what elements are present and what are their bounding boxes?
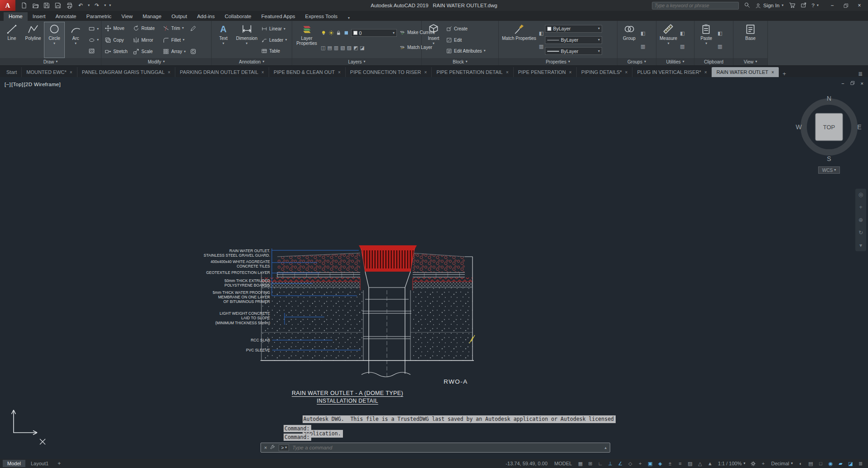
command-customize-icon[interactable] (270, 444, 275, 452)
base-view-button[interactable]: Base (741, 22, 761, 58)
doc-tab-close-icon[interactable]: × (338, 70, 341, 75)
doc-tab-rain-water-outlet[interactable]: RAIN WATER OUTLET× (712, 67, 778, 77)
viewcube-north-label[interactable]: N (827, 95, 831, 102)
layout1-tab[interactable]: Layout1 (26, 460, 53, 467)
recent-commands-button[interactable]: > ▾ (279, 444, 289, 451)
open-file-button[interactable] (31, 1, 39, 10)
dimension-button[interactable]: Dimension ▾ (235, 22, 259, 58)
layer-color-icon[interactable] (343, 30, 349, 36)
layer-tools-icon-strip[interactable]: ◫▤▥▧▨◩◪ (321, 45, 366, 51)
orbit-icon[interactable]: ↻ (858, 229, 863, 236)
undo-button[interactable]: ↶ (77, 1, 85, 10)
help-button[interactable]: ? ▾ (812, 3, 819, 8)
group-edit-icon[interactable]: ▥ (641, 44, 645, 49)
match-properties-button[interactable]: Match Properties (501, 22, 538, 58)
quick-calc-icon[interactable]: ▥ (680, 44, 685, 49)
utilities-panel-footer[interactable]: Utilities▾ (656, 58, 694, 65)
close-window-button[interactable]: × (853, 0, 866, 10)
sign-in-button[interactable]: Sign In ▾ (755, 3, 784, 9)
layer-properties-button[interactable]: Layer Properties (294, 22, 319, 58)
viewport-view-control[interactable]: [Top] (11, 82, 23, 87)
doc-tab-piping-details[interactable]: PIPING DETAILS*× (577, 67, 633, 77)
edit-hatch-button[interactable] (188, 24, 198, 33)
command-input[interactable] (292, 445, 601, 450)
hardware-acceleration-toggle[interactable]: ◐ (796, 460, 805, 468)
rectangle-button[interactable]: ▾ (87, 24, 100, 33)
mirror-button[interactable]: Mirror (131, 36, 161, 44)
annotation-scale-icon[interactable]: △ (695, 460, 705, 468)
move-button[interactable]: Move (103, 24, 131, 33)
viewport-collapse-control[interactable]: [−] (5, 82, 11, 87)
polar-tracking-toggle[interactable]: ∠ (616, 460, 625, 468)
quick-properties-toggle[interactable]: ▤ (806, 460, 815, 468)
navbar-menu-caret-icon[interactable]: ▾ (859, 242, 862, 249)
infer-constraints-toggle[interactable]: ∟ (596, 460, 605, 468)
object-snap-toggle[interactable]: ▣ (646, 460, 655, 468)
doc-tab-parking-drain[interactable]: PARKING DRAIN OUTLET DETAIL× (175, 67, 269, 77)
linear-dimension-button[interactable]: Linear▾ (260, 24, 288, 33)
doc-tab-close-icon[interactable]: × (569, 70, 572, 75)
ortho-toggle[interactable]: ⊥ (606, 460, 615, 468)
fillet-button[interactable]: Fillet▾ (161, 36, 188, 44)
share-icon[interactable] (800, 2, 807, 9)
doc-tab-close-icon[interactable]: × (506, 70, 509, 75)
doc-tab-start[interactable]: Start (2, 67, 22, 77)
new-file-button[interactable] (20, 1, 28, 10)
stretch-button[interactable]: Stretch (103, 47, 131, 56)
hatch-button[interactable] (87, 47, 100, 55)
drawing-minimize-button[interactable]: − (841, 81, 844, 86)
linetype-dropdown[interactable]: ByLayer ▾ (545, 36, 602, 44)
lock-ui-toggle[interactable]: □ (816, 460, 825, 468)
viewcube[interactable]: N W E S TOP (795, 91, 863, 163)
command-close-icon[interactable]: × (264, 445, 267, 450)
snap-toggle[interactable]: ⊞ (586, 460, 595, 468)
ribbon-tab-featured-apps[interactable]: Featured Apps (256, 12, 300, 21)
array-button[interactable]: Array▾ (161, 47, 188, 56)
text-button[interactable]: A Text ▾ (213, 22, 233, 58)
doc-tab-close-icon[interactable]: × (625, 70, 628, 75)
viewcube-face-label[interactable]: TOP (823, 124, 835, 131)
doc-tab-pipe-connection[interactable]: PIPE CONNECTION TO RISER× (346, 67, 432, 77)
ribbon-tab-addins[interactable]: Add-ins (192, 12, 220, 21)
object-snap-tracking-toggle[interactable]: + (636, 460, 645, 468)
doc-tab-close-icon[interactable]: × (704, 70, 707, 75)
leader-button[interactable]: Leader▾ (260, 36, 288, 44)
doc-tab-pipe-penetration-detail[interactable]: PIPE PENETRATION DETAIL× (432, 67, 513, 77)
transparency-toggle[interactable]: ▨ (685, 460, 695, 468)
command-history-toggle-icon[interactable]: ▴ (604, 445, 607, 450)
ribbon-tab-annotate[interactable]: Annotate (50, 12, 81, 21)
doc-tab-pipe-bend[interactable]: PIPE BEND & CLEAN OUT× (269, 67, 346, 77)
ribbon-tab-output[interactable]: Output (166, 12, 192, 21)
layer-on-bulb-icon[interactable] (321, 30, 327, 36)
redo-button[interactable]: ↷ (93, 1, 101, 10)
viewcube-west-label[interactable]: W (796, 123, 802, 131)
model-tab[interactable]: Model (3, 460, 25, 467)
object-color-dropdown[interactable]: ByLayer ▾ (545, 25, 602, 33)
quick-select-icon[interactable]: ◧ (680, 31, 685, 36)
copy-button[interactable]: Copy (103, 36, 131, 44)
table-button[interactable]: Table (260, 47, 288, 55)
properties-grid-icon[interactable]: ▥ (539, 44, 544, 49)
insert-block-button[interactable]: Insert ▾ (424, 22, 444, 58)
app-store-cart-icon[interactable] (789, 2, 796, 10)
draw-panel-footer[interactable]: Draw▾ (0, 58, 101, 65)
doc-tab-close-icon[interactable]: × (70, 70, 72, 75)
trim-button[interactable]: Trim▾ (161, 24, 188, 33)
grid-toggle[interactable]: ▦ (576, 460, 585, 468)
search-icon[interactable] (744, 2, 750, 9)
drawing-close-button[interactable]: × (861, 81, 863, 86)
isolate-objects-toggle[interactable]: ◉ (826, 460, 835, 468)
help-search-input[interactable] (655, 3, 736, 8)
offset-button[interactable] (188, 47, 198, 56)
ellipse-button[interactable]: ▾ (87, 36, 100, 44)
restore-window-button[interactable] (839, 0, 853, 10)
viewcube-east-label[interactable]: E (857, 123, 861, 131)
help-search-box[interactable] (652, 2, 739, 10)
dynamic-input-toggle[interactable]: ± (665, 460, 675, 468)
ribbon-tab-insert[interactable]: Insert (28, 12, 51, 21)
undo-caret-icon[interactable]: ▾ (88, 4, 90, 7)
modify-panel-footer[interactable]: Modify▾ (101, 58, 211, 65)
model-space-button[interactable]: MODEL (551, 461, 575, 466)
model-space-viewport[interactable]: RAIN WATER OUTLET. STAINLESS STEEL GRAVE… (0, 77, 868, 459)
edit-attributes-button[interactable]: Edit Attributes▾ (445, 47, 487, 55)
